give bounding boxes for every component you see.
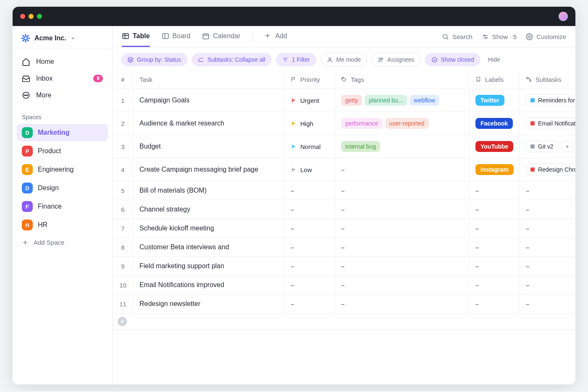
priority-cell[interactable]: – <box>285 276 335 294</box>
nav-home[interactable]: Home <box>17 53 108 70</box>
table-row[interactable]: 2Audience & market researchHighperforman… <box>113 112 575 135</box>
tags-cell[interactable]: – <box>335 276 470 294</box>
space-marketing[interactable]: DMarketing <box>17 124 108 141</box>
tags-cell[interactable]: – <box>335 295 470 313</box>
labels-cell[interactable]: – <box>470 181 520 200</box>
nav-more[interactable]: More <box>17 87 108 104</box>
subtask-chip[interactable]: Reminders for <box>526 94 575 106</box>
subtasks-cell[interactable]: – <box>520 238 575 256</box>
customize-button[interactable]: Customize <box>526 33 566 40</box>
subtasks-pill[interactable]: Subtasks: Collapse all <box>192 53 272 66</box>
tags-cell[interactable]: performanceuser-reported <box>335 112 470 135</box>
column-task[interactable]: Task <box>134 71 285 89</box>
space-product[interactable]: PProduct <box>17 142 108 160</box>
labels-cell[interactable]: Twitter <box>470 89 520 112</box>
close-window-icon[interactable] <box>20 14 25 19</box>
workspace-switcher[interactable]: Acme Inc. <box>13 26 112 49</box>
priority-cell[interactable]: – <box>285 295 335 313</box>
column-labels[interactable]: Labels <box>470 71 520 89</box>
subtasks-cell[interactable]: – <box>520 181 575 200</box>
column-subtasks[interactable]: Subtasks <box>520 71 575 89</box>
task-name[interactable]: Redesign newsletter <box>134 295 285 313</box>
task-name[interactable]: Create Campaign messaging brief page <box>134 158 285 181</box>
space-engineering[interactable]: EEngineering <box>17 161 108 178</box>
labels-cell[interactable]: – <box>470 295 520 313</box>
tag[interactable]: webflow <box>410 95 439 106</box>
tag[interactable]: getty <box>341 95 362 106</box>
subtask-chip[interactable]: Git v2 <box>526 141 558 152</box>
show-closed-pill[interactable]: Show closed <box>425 53 480 66</box>
task-name[interactable]: Audience & market research <box>134 112 285 135</box>
subtasks-cell[interactable]: – <box>520 276 575 294</box>
priority-cell[interactable]: – <box>285 257 335 275</box>
task-name[interactable]: Schedule kickoff meeting <box>134 219 285 238</box>
subtasks-cell[interactable]: Git v2 + <box>520 135 575 158</box>
me-mode-pill[interactable]: Me mode <box>320 53 367 66</box>
tag[interactable]: internal bug <box>341 141 380 152</box>
priority-cell[interactable]: – <box>285 238 335 256</box>
tags-cell[interactable]: gettyplanned bu...webflow <box>335 89 470 112</box>
priority-cell[interactable]: High <box>285 112 335 135</box>
table-row[interactable]: 10Email Notifications improved–––– <box>113 276 575 295</box>
subtasks-cell[interactable]: – <box>520 219 575 238</box>
task-name[interactable]: Campaign Goals <box>134 89 285 112</box>
label-chip[interactable]: YouTubbe <box>475 141 513 152</box>
task-name[interactable]: Channel strategy <box>134 200 285 219</box>
task-name[interactable]: Bill of materials (BOM) <box>134 181 285 200</box>
group-by-pill[interactable]: Group by: Status <box>121 53 187 66</box>
subtasks-cell[interactable]: Email Notificat <box>520 112 575 135</box>
labels-cell[interactable]: Facebook <box>470 112 520 135</box>
task-name[interactable]: Customer Beta interviews and <box>134 238 285 256</box>
tag[interactable]: planned bu... <box>365 95 407 106</box>
maximize-window-icon[interactable] <box>37 14 42 19</box>
tab-table[interactable]: Table <box>122 26 150 47</box>
space-hr[interactable]: HHR <box>17 216 108 234</box>
priority-cell[interactable]: – <box>285 200 335 219</box>
tags-cell[interactable]: – <box>335 238 470 256</box>
tag[interactable]: performance <box>341 118 383 129</box>
nav-inbox[interactable]: Inbox 9 <box>17 70 108 87</box>
table-row[interactable]: 8Customer Beta interviews and–––– <box>113 238 575 257</box>
tags-cell[interactable]: internal bug <box>335 135 470 158</box>
user-avatar[interactable] <box>559 12 568 21</box>
tab-add-view[interactable]: Add <box>264 26 287 47</box>
space-finance[interactable]: FFinance <box>17 198 108 215</box>
search-button[interactable]: Search <box>442 33 472 40</box>
tags-cell[interactable]: – <box>335 219 470 238</box>
priority-cell[interactable]: Low <box>285 158 335 181</box>
show-columns-button[interactable]: Show · 5 <box>482 33 517 40</box>
table-row[interactable]: 11Redesign newsletter–––– <box>113 295 575 314</box>
tag[interactable]: user-reported <box>385 118 429 129</box>
add-subtask-button[interactable]: + <box>562 141 573 152</box>
labels-cell[interactable]: YouTubbe <box>470 135 520 158</box>
minimize-window-icon[interactable] <box>29 14 34 19</box>
column-number[interactable]: # <box>113 71 134 89</box>
label-chip[interactable]: Twitter <box>475 95 504 106</box>
space-design[interactable]: DDesign <box>17 179 108 197</box>
column-tags[interactable]: Tags <box>335 71 470 89</box>
table-row[interactable]: 4Create Campaign messaging brief pageLow… <box>113 158 575 181</box>
table-row[interactable]: 6Channel strategy–––– <box>113 200 575 219</box>
add-space-button[interactable]: Add Space <box>13 235 112 250</box>
subtasks-cell[interactable]: – <box>520 200 575 219</box>
assignees-pill[interactable]: Assignees <box>371 53 421 66</box>
tab-calendar[interactable]: Calendar <box>202 26 240 47</box>
priority-cell[interactable]: – <box>285 181 335 200</box>
table-row[interactable]: 9Field marketing support plan–––– <box>113 257 575 276</box>
tab-board[interactable]: Board <box>162 26 191 47</box>
labels-cell[interactable]: – <box>470 219 520 238</box>
tags-cell[interactable]: – <box>335 200 470 219</box>
labels-cell[interactable]: – <box>470 257 520 275</box>
labels-cell[interactable]: – <box>470 238 520 256</box>
task-name[interactable]: Budget <box>134 135 285 158</box>
subtasks-cell[interactable]: – <box>520 257 575 275</box>
tags-cell[interactable]: – <box>335 158 470 181</box>
task-name[interactable]: Field marketing support plan <box>134 257 285 275</box>
column-priority[interactable]: Priority <box>285 71 335 89</box>
labels-cell[interactable]: – <box>470 200 520 219</box>
subtask-chip[interactable]: Redesign Chro <box>526 164 575 175</box>
filter-pill[interactable]: 1 Filter <box>276 53 316 66</box>
priority-cell[interactable]: – <box>285 219 335 238</box>
subtasks-cell[interactable]: – <box>520 295 575 313</box>
subtask-chip[interactable]: Email Notificat <box>526 118 575 129</box>
